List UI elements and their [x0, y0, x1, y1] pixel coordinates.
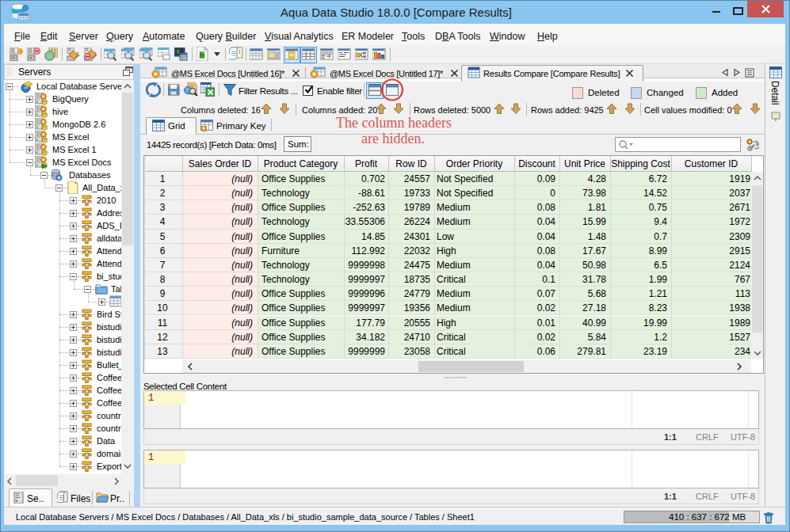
svg-text:h: h [200, 51, 204, 59]
